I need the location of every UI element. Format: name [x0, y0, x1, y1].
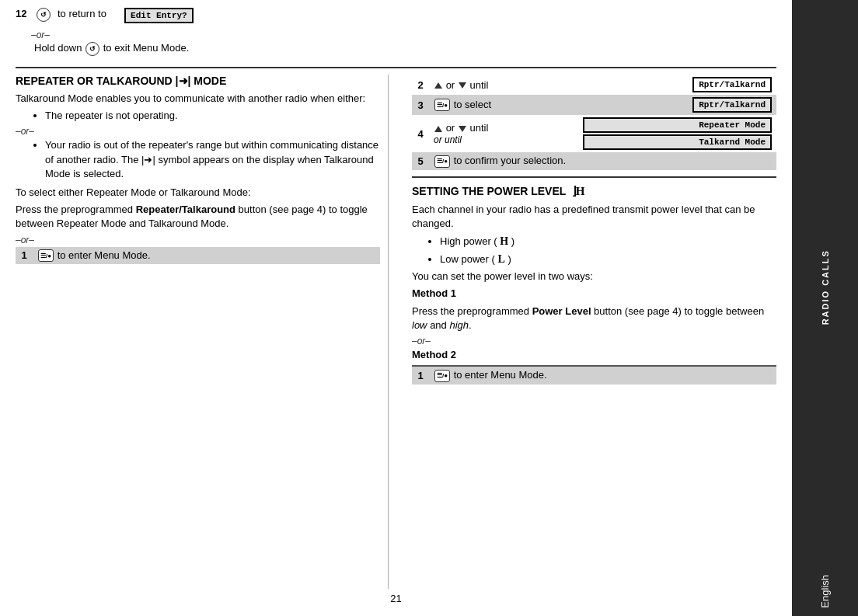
step-2-label: Rptr/Talkarnd — [578, 75, 776, 95]
sidebar-radio-calls: RADIO CALLS — [821, 8, 830, 567]
right-step-table-top: 2 or until Rptr/Talkarnd 3 — [412, 75, 776, 170]
step-4-num: 4 — [412, 115, 429, 152]
or-line-1: –or– — [31, 30, 776, 40]
or-line-4: –or– — [412, 336, 776, 346]
select-btn-icon: ☰/● — [434, 99, 450, 111]
step-2-num: 2 — [412, 75, 429, 95]
menu-btn-icon-2: ☰/● — [434, 370, 450, 382]
step-3-num: 3 — [412, 95, 429, 115]
step-1-desc: ☰/● to enter Menu Mode. — [33, 247, 380, 265]
power-divider — [412, 176, 776, 178]
method2-label: Method 2 — [412, 348, 776, 362]
arrow-up-icon — [434, 82, 442, 89]
step-2-desc: or until — [429, 75, 578, 95]
step-12-desc: to return to — [58, 8, 106, 19]
arrow-down-icon-2 — [459, 126, 466, 132]
press-preprogrammed: Press the preprogrammed Repeater/Talkaro… — [16, 203, 380, 231]
left-step-table: 1 ☰/● to enter Menu Mode. — [16, 247, 380, 265]
step-1-num: 1 — [16, 247, 33, 265]
step-3-label: Rptr/Talkarnd — [578, 95, 776, 115]
step-4-desc: or until or until — [429, 115, 578, 152]
confirm-btn-icon: ☰/● — [434, 155, 450, 168]
step-4-labels: Repeater Mode Talkarnd Mode — [578, 115, 776, 152]
bullet-repeater-not-operating: The repeater is not operating. — [45, 109, 380, 123]
section-divider — [16, 67, 776, 68]
page-number: 21 — [16, 589, 776, 608]
sidebar-english: English — [819, 567, 831, 608]
arrow-up-icon-2 — [434, 126, 442, 132]
power-lh-symbol: ⌋H — [572, 184, 584, 198]
power-intro: Each channel in your radio has a predefi… — [412, 203, 776, 231]
bullet-out-of-range: Your radio is out of the repeater's rang… — [45, 138, 380, 181]
sidebar: RADIO CALLS English — [792, 0, 858, 616]
step-5-desc: ☰/● to confirm your selection. — [429, 152, 776, 170]
hold-icon: ↺ — [85, 42, 99, 56]
bullet-low-power: Low power ( L ) — [440, 252, 776, 267]
method1-description: Press the preprogrammed Power Level butt… — [412, 305, 776, 332]
method1-label: Method 1 — [412, 287, 776, 301]
right-step-table-bottom: 1 ☰/● to enter Menu Mode. — [412, 365, 776, 385]
step-1b-num: 1 — [412, 366, 429, 385]
power-two-ways: You can set the power level in two ways: — [412, 270, 776, 284]
right-column: 2 or until Rptr/Talkarnd 3 — [404, 75, 776, 589]
bullet-high-power: High power ( H ) — [440, 234, 776, 249]
step-12-icon: ↺ — [36, 8, 51, 22]
edit-entry-label: Edit Entry? — [124, 8, 194, 23]
step-3-desc: ☰/● to select — [429, 95, 578, 115]
h-symbol: H — [500, 235, 508, 247]
main-content: 12 ↺ to return to Edit Entry? –or– Hold … — [0, 0, 792, 616]
repeater-heading: REPEATER OR TALKAROUND |➜| MODE — [16, 75, 380, 87]
step-12-sub: Hold down ↺ to exit Menu Mode. — [34, 42, 776, 56]
talkaround-intro: Talkaround Mode enables you to communica… — [16, 92, 380, 106]
step-12-number: 12 — [16, 8, 30, 19]
menu-btn-icon: ☰/● — [38, 249, 54, 262]
arrow-down-icon — [459, 82, 466, 89]
step-12-row: 12 ↺ to return to Edit Entry? — [16, 8, 776, 23]
step-5-num: 5 — [412, 152, 429, 170]
step-1b-desc: ☰/● to enter Menu Mode. — [429, 366, 776, 385]
rotate-icon: ↺ — [37, 8, 51, 22]
l-symbol: L — [497, 253, 504, 265]
or-line-2: –or– — [16, 126, 380, 137]
two-col-layout: REPEATER OR TALKAROUND |➜| MODE Talkarou… — [16, 75, 776, 589]
to-select-para: To select either Repeater Mode or Talkar… — [16, 186, 380, 200]
left-column: REPEATER OR TALKAROUND |➜| MODE Talkarou… — [16, 75, 389, 589]
power-heading: SETTING THE POWER LEVEL ⌋H — [412, 184, 776, 198]
or-line-3: –or– — [16, 235, 380, 245]
